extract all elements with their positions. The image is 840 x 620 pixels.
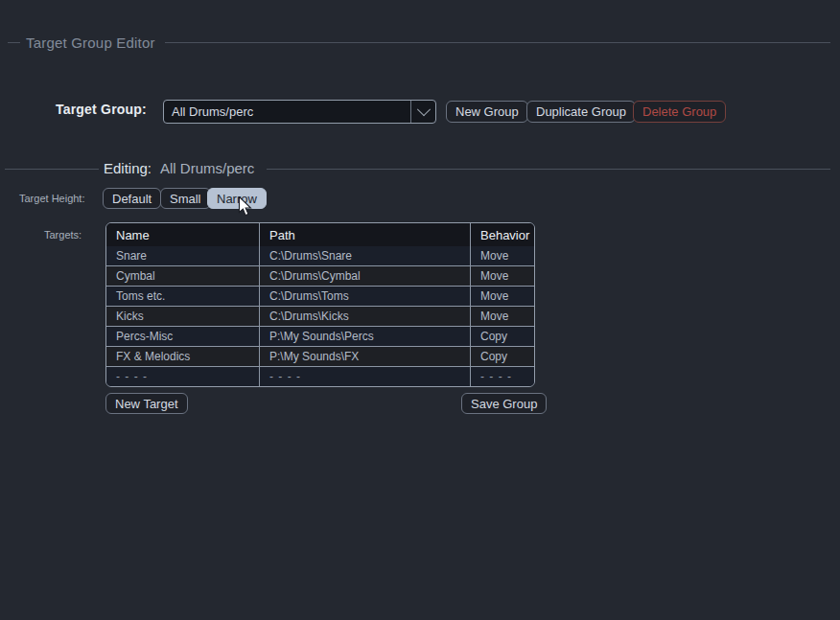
cell-behavior[interactable]: Move [471, 246, 534, 265]
title-rule [165, 42, 830, 43]
cell-name[interactable]: Kicks [106, 307, 260, 326]
target-group-label: Target Group: [56, 102, 147, 117]
cell-behavior[interactable]: Move [471, 266, 534, 286]
cell-path[interactable]: P:\My Sounds\FX [260, 347, 471, 366]
column-header-name[interactable]: Name [106, 223, 260, 246]
editing-value: All Drums/perc [160, 160, 254, 176]
cell-name[interactable]: Percs-Misc [106, 327, 260, 346]
cell-path[interactable]: C:\Drums\Cymbal [260, 266, 471, 286]
target-group-dropdown[interactable]: All Drums/perc [163, 100, 436, 124]
column-header-path[interactable]: Path [260, 223, 471, 246]
new-target-button[interactable]: New Target [105, 393, 188, 414]
target-height-default-button[interactable]: Default [103, 188, 161, 209]
cell-path[interactable]: C:\Drums\Snare [260, 246, 471, 265]
save-group-button[interactable]: Save Group [461, 393, 547, 414]
table-row[interactable]: Cymbal C:\Drums\Cymbal Move [106, 265, 534, 286]
cell-name[interactable]: Cymbal [106, 266, 260, 286]
column-header-behavior[interactable]: Behavior [471, 223, 534, 246]
cell-path[interactable]: C:\Drums\Toms [260, 287, 471, 306]
cell-name[interactable]: Snare [106, 246, 260, 265]
target-height-narrow-button[interactable]: Narrow [207, 188, 267, 209]
cell-path[interactable]: - - - - [260, 367, 471, 386]
cell-behavior[interactable]: Copy [471, 327, 534, 346]
cell-behavior[interactable]: Move [471, 307, 534, 326]
table-row[interactable]: Kicks C:\Drums\Kicks Move [106, 306, 534, 326]
delete-group-button[interactable]: Delete Group [633, 101, 726, 123]
table-row[interactable]: Toms etc. C:\Drums\Toms Move [106, 286, 534, 306]
target-height-small-button[interactable]: Small [160, 188, 211, 209]
table-row[interactable]: Snare C:\Drums\Snare Move [106, 246, 534, 265]
editing-label: Editing: [104, 160, 152, 176]
duplicate-group-button[interactable]: Duplicate Group [526, 101, 636, 123]
targets-table: Name Path Behavior Snare C:\Drums\Snare … [105, 222, 535, 387]
table-header-row: Name Path Behavior [106, 223, 534, 246]
title-dash [8, 42, 20, 43]
chevron-down-icon [416, 103, 430, 116]
dropdown-chevron-box[interactable] [410, 101, 435, 123]
cell-path[interactable]: C:\Drums\Kicks [260, 307, 471, 326]
table-row-empty[interactable]: - - - - - - - - - - - - [106, 366, 534, 386]
cell-path[interactable]: P:\My Sounds\Percs [260, 327, 471, 346]
targets-label: Targets: [44, 229, 82, 241]
target-group-selected-value: All Drums/perc [164, 104, 410, 119]
cell-name[interactable]: - - - - [106, 367, 260, 386]
cell-name[interactable]: FX & Melodics [106, 347, 260, 366]
target-height-label: Target Height: [19, 193, 84, 204]
table-row[interactable]: Percs-Misc P:\My Sounds\Percs Copy [106, 326, 534, 346]
cell-behavior[interactable]: Move [471, 287, 534, 306]
cell-behavior[interactable]: - - - - [471, 367, 534, 386]
editing-dash-left [5, 169, 99, 170]
editing-rule-right [267, 169, 830, 170]
new-group-button[interactable]: New Group [446, 101, 528, 123]
page-title: Target Group Editor [26, 34, 155, 51]
cell-name[interactable]: Toms etc. [106, 287, 260, 306]
table-row[interactable]: FX & Melodics P:\My Sounds\FX Copy [106, 346, 534, 366]
cell-behavior[interactable]: Copy [471, 347, 534, 366]
